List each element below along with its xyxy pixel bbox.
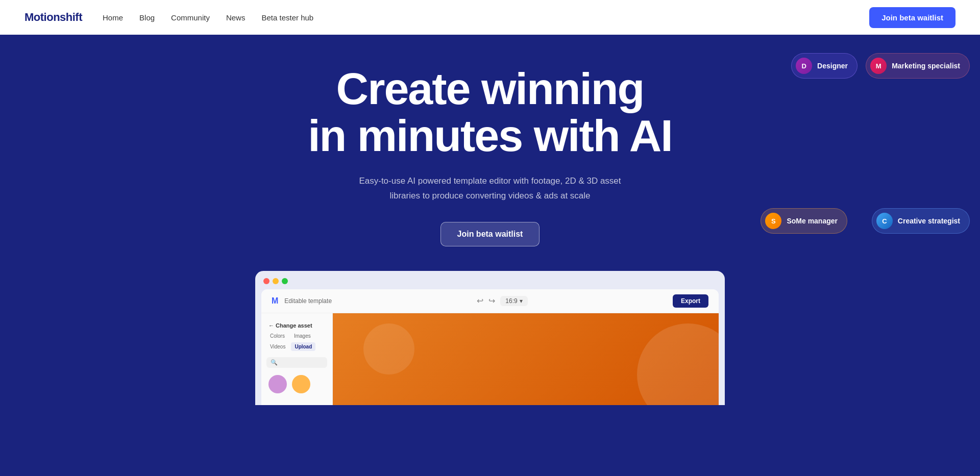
hero-section: D Designer M Marketing specialist Create… bbox=[0, 35, 980, 476]
nav-news[interactable]: News bbox=[226, 13, 246, 22]
aspect-chevron-icon: ▾ bbox=[520, 297, 523, 305]
window-dots bbox=[255, 278, 725, 289]
hero-subtitle-line1: Easy-to-use AI powered template editor w… bbox=[359, 176, 621, 186]
tab-videos[interactable]: Videos bbox=[266, 342, 289, 351]
tab-upload[interactable]: Upload bbox=[291, 342, 315, 351]
nav-beta-tester-hub[interactable]: Beta tester hub bbox=[261, 13, 313, 22]
tab-images[interactable]: Images bbox=[290, 332, 314, 340]
swatch-lavender[interactable] bbox=[268, 375, 287, 393]
hero-text-block: Create winning in minutes with AI Easy-t… bbox=[308, 65, 672, 246]
badge-designer: D Designer bbox=[791, 53, 857, 79]
nav-community[interactable]: Community bbox=[171, 13, 210, 22]
export-button[interactable]: Export bbox=[673, 294, 708, 308]
swatch-orange[interactable] bbox=[292, 375, 310, 393]
avatar-some-manager: S bbox=[765, 213, 781, 229]
editor-canvas[interactable] bbox=[333, 313, 719, 405]
nav-home[interactable]: Home bbox=[103, 13, 123, 22]
nav-join-beta-button[interactable]: Join beta waitlist bbox=[869, 7, 955, 28]
role-label-designer: Designer bbox=[817, 62, 848, 70]
toolbar-center: ↩ ↪ 16:9 ▾ bbox=[477, 296, 527, 306]
dot-yellow bbox=[273, 278, 279, 284]
undo-icon[interactable]: ↩ bbox=[477, 296, 483, 306]
canvas-circle-large bbox=[637, 323, 719, 405]
toolbar-left: M Editable template bbox=[272, 296, 332, 306]
badge-marketing-specialist: M Marketing specialist bbox=[866, 53, 970, 79]
shape-swatches bbox=[261, 372, 332, 396]
hero-join-beta-button[interactable]: Join beta waitlist bbox=[440, 222, 540, 246]
badge-some-manager: S SoMe manager bbox=[761, 208, 847, 234]
mockup-toolbar: M Editable template ↩ ↪ 16:9 ▾ Export bbox=[261, 289, 719, 313]
nav-links: Home Blog Community News Beta tester hub bbox=[103, 13, 313, 22]
tab-colors[interactable]: Colors bbox=[266, 332, 288, 340]
mockup-logo: M bbox=[272, 296, 278, 306]
mockup-body: ← Change asset Colors Images Videos Uplo… bbox=[261, 313, 719, 405]
navbar-left: Motionshift Home Blog Community News Bet… bbox=[24, 11, 313, 24]
dot-green bbox=[282, 278, 288, 284]
hero-subtitle-line2: libraries to produce converting videos &… bbox=[389, 191, 590, 201]
redo-icon[interactable]: ↪ bbox=[488, 296, 495, 306]
aspect-ratio-label: 16:9 bbox=[505, 297, 517, 305]
template-label: Editable template bbox=[284, 297, 332, 305]
hero-title-line1: Create winning bbox=[336, 63, 644, 114]
avatar-creative-strategist: C bbox=[876, 213, 893, 229]
navbar: Motionshift Home Blog Community News Bet… bbox=[0, 0, 980, 35]
dot-red bbox=[263, 278, 270, 284]
canvas-circle-med bbox=[363, 323, 414, 374]
mockup-sidebar: ← Change asset Colors Images Videos Uplo… bbox=[261, 313, 333, 405]
badge-creative-strategist: C Creative strategist bbox=[872, 208, 970, 234]
role-label-marketing: Marketing specialist bbox=[892, 62, 960, 70]
hero-title-line2: in minutes with AI bbox=[308, 110, 672, 161]
brand-logo[interactable]: Motionshift bbox=[24, 11, 82, 24]
asset-search[interactable]: 🔍 bbox=[266, 357, 327, 368]
avatar-marketing: M bbox=[870, 58, 887, 74]
avatar-designer: D bbox=[796, 58, 812, 74]
toolbar-right: Export bbox=[673, 294, 708, 308]
search-icon: 🔍 bbox=[271, 359, 278, 366]
hero-subtitle: Easy-to-use AI powered template editor w… bbox=[308, 174, 672, 204]
role-label-creative-strategist: Creative strategist bbox=[898, 217, 960, 225]
role-label-some-manager: SoMe manager bbox=[787, 217, 838, 225]
aspect-ratio-selector[interactable]: 16:9 ▾ bbox=[500, 296, 527, 306]
app-mockup: M Editable template ↩ ↪ 16:9 ▾ Export bbox=[255, 271, 725, 405]
nav-blog[interactable]: Blog bbox=[139, 13, 155, 22]
mockup-inner: M Editable template ↩ ↪ 16:9 ▾ Export bbox=[261, 289, 719, 405]
change-asset-label[interactable]: ← Change asset bbox=[261, 319, 332, 332]
sidebar-tabs: Colors Images Videos Upload bbox=[261, 332, 332, 355]
hero-title: Create winning in minutes with AI bbox=[308, 65, 672, 160]
